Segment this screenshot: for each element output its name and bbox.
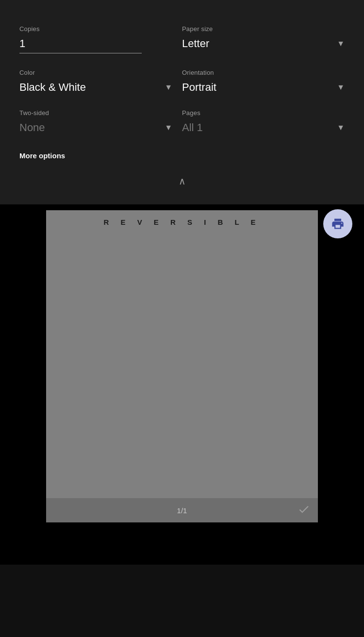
color-dropdown[interactable]: Black & White ▼ — [19, 81, 172, 94]
page-number: 1/1 — [177, 506, 187, 515]
page-footer: 1/1 — [46, 498, 318, 522]
page-preview: R E V E R S I B L E 1/1 — [46, 210, 318, 522]
chevron-up-icon: ∧ — [179, 175, 186, 187]
document-title: R E V E R S I B L E — [46, 218, 318, 226]
paper-size-chevron-icon: ▼ — [337, 39, 345, 48]
orientation-chevron-icon: ▼ — [337, 83, 345, 92]
paper-size-value: Letter — [182, 37, 209, 50]
orientation-value: Portrait — [182, 81, 216, 94]
paper-size-group: Paper size Letter ▼ — [182, 17, 345, 61]
page-content: R E V E R S I B L E — [46, 210, 318, 226]
pages-chevron-icon: ▼ — [337, 123, 345, 132]
orientation-dropdown[interactable]: Portrait ▼ — [182, 81, 345, 94]
two-sided-dropdown[interactable]: None ▼ — [19, 121, 172, 134]
copies-label: Copies — [19, 25, 172, 33]
color-group: Color Black & White ▼ — [19, 61, 182, 101]
printer-icon — [331, 217, 345, 231]
two-sided-chevron-icon: ▼ — [165, 123, 172, 132]
preview-area: R E V E R S I B L E 1/1 — [0, 204, 364, 565]
more-options-button[interactable]: More options — [19, 142, 345, 171]
two-sided-group: Two-sided None ▼ — [19, 101, 182, 142]
copies-group: Copies 1 — [19, 17, 182, 61]
print-button[interactable] — [323, 209, 352, 238]
color-value: Black & White — [19, 81, 86, 94]
pages-value: All 1 — [182, 121, 203, 134]
two-sided-value: None — [19, 121, 45, 134]
orientation-group: Orientation Portrait ▼ — [182, 61, 345, 101]
color-chevron-icon: ▼ — [165, 83, 172, 92]
paper-size-dropdown[interactable]: Letter ▼ — [182, 37, 345, 50]
color-label: Color — [19, 69, 172, 76]
two-sided-label: Two-sided — [19, 109, 172, 117]
pages-group: Pages All 1 ▼ — [182, 101, 345, 142]
pages-dropdown[interactable]: All 1 ▼ — [182, 121, 345, 134]
paper-size-label: Paper size — [182, 25, 345, 33]
collapse-button[interactable]: ∧ — [19, 171, 345, 195]
copies-input[interactable]: 1 — [19, 37, 142, 53]
orientation-label: Orientation — [182, 69, 345, 76]
pages-label: Pages — [182, 109, 345, 117]
check-icon — [298, 503, 310, 518]
print-panel: Copies 1 Paper size Letter ▼ Color Black… — [0, 0, 364, 204]
